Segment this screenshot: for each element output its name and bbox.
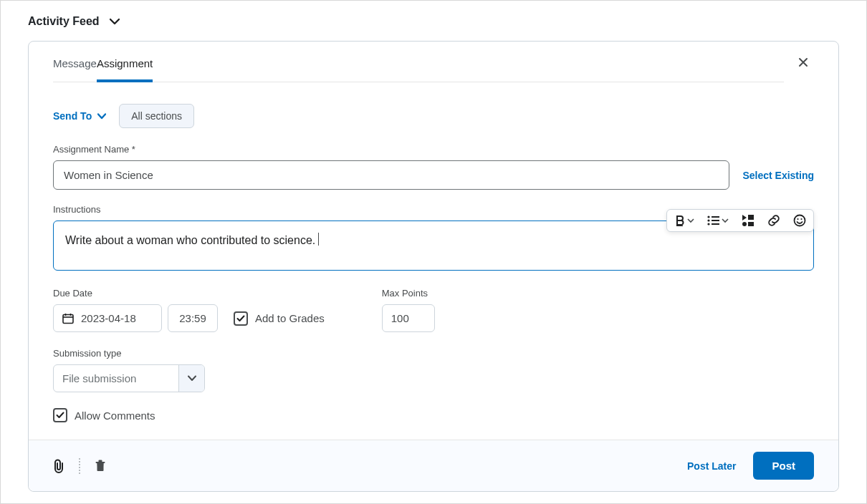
app-frame: Activity Feed Message Assignment (0, 0, 867, 504)
footer-left (53, 458, 106, 474)
list-icon (707, 215, 720, 226)
post-later-button[interactable]: Post Later (687, 460, 736, 472)
svg-rect-20 (99, 460, 102, 462)
due-date-label: Due Date (53, 288, 325, 299)
max-points-group: Max Points 100 (382, 288, 435, 332)
toolbar-emoji[interactable] (793, 214, 806, 227)
activity-feed-header[interactable]: Activity Feed (28, 15, 839, 28)
assignment-name-input[interactable] (53, 160, 729, 190)
svg-point-13 (800, 218, 802, 220)
svg-point-9 (742, 222, 747, 226)
max-points-input[interactable]: 100 (382, 304, 435, 332)
due-date-value: 2023-04-18 (81, 312, 136, 324)
submission-type-select[interactable]: File submission (53, 364, 205, 392)
max-points-label: Max Points (382, 288, 435, 299)
svg-rect-14 (63, 314, 73, 323)
post-button[interactable]: Post (753, 452, 814, 480)
toolbar-link[interactable] (767, 214, 780, 227)
delete-button[interactable] (95, 460, 106, 472)
svg-rect-18 (97, 462, 104, 471)
add-to-grades-row: Add to Grades (234, 311, 325, 326)
assignment-name-label: Assignment Name * (53, 144, 814, 155)
instructions-text: Write about a woman who contributed to s… (65, 234, 315, 246)
tabs: Message Assignment (53, 42, 784, 82)
svg-point-2 (707, 219, 709, 221)
allow-comments-label: Allow Comments (75, 410, 155, 422)
svg-marker-7 (742, 215, 747, 220)
due-date-input[interactable]: 2023-04-18 (53, 304, 162, 332)
assignment-card: Message Assignment Send To All sections … (28, 41, 839, 492)
submission-type-group: Submission type File submission (53, 348, 814, 392)
fields-row: Due Date 2023-04-18 23:59 (53, 288, 814, 332)
svg-point-12 (797, 218, 798, 220)
send-to-label: Send To (53, 110, 92, 122)
assignment-name-row: Select Existing (53, 160, 814, 190)
submission-type-value: File submission (54, 365, 178, 392)
page-title: Activity Feed (28, 15, 100, 28)
chevron-down-icon (722, 218, 729, 223)
tab-assignment[interactable]: Assignment (97, 42, 153, 82)
svg-point-3 (707, 223, 709, 225)
attach-icon (53, 459, 64, 473)
bold-icon (674, 215, 686, 226)
submission-type-label: Submission type (53, 348, 814, 359)
add-to-grades-checkbox[interactable] (234, 311, 248, 326)
toolbar-list[interactable] (707, 215, 729, 226)
card-footer: Post Later Post (29, 440, 838, 491)
footer-right: Post Later Post (687, 452, 814, 480)
due-time-value: 23:59 (179, 312, 206, 324)
max-points-value: 100 (391, 312, 409, 324)
chevron-down-icon (687, 218, 694, 223)
instructions-wrap: Write about a woman who contributed to s… (53, 220, 814, 271)
close-icon (798, 57, 808, 67)
link-icon (767, 214, 780, 227)
card-body: Send To All sections Assignment Name * S… (29, 82, 838, 440)
page-content: Activity Feed Message Assignment (1, 1, 866, 492)
chevron-down-icon (97, 113, 106, 120)
close-button[interactable] (792, 52, 814, 73)
select-existing-link[interactable]: Select Existing (742, 170, 814, 181)
tab-message[interactable]: Message (53, 42, 97, 82)
editor-toolbar (666, 209, 814, 232)
chevron-down-icon (110, 18, 120, 25)
svg-point-1 (707, 215, 709, 218)
toolbar-bold[interactable] (674, 215, 694, 226)
send-to-chip[interactable]: All sections (119, 104, 194, 128)
toolbar-insert-stuff[interactable] (742, 215, 755, 226)
allow-comments-checkbox[interactable] (53, 408, 67, 422)
svg-rect-10 (748, 222, 754, 226)
svg-point-11 (795, 215, 805, 226)
send-to-dropdown[interactable]: Send To (53, 110, 106, 122)
due-date-group: Due Date 2023-04-18 23:59 (53, 288, 325, 332)
due-time-input[interactable]: 23:59 (168, 304, 218, 332)
check-icon (236, 315, 245, 322)
tab-row: Message Assignment (29, 42, 838, 82)
check-icon (56, 412, 64, 419)
trash-icon (95, 460, 106, 472)
insert-stuff-icon (742, 215, 755, 226)
divider (79, 458, 80, 474)
emoji-icon (793, 214, 806, 227)
text-cursor (318, 233, 319, 246)
svg-rect-8 (748, 215, 754, 220)
chevron-down-icon (178, 365, 204, 392)
calendar-icon (62, 313, 74, 324)
attach-button[interactable] (53, 459, 64, 473)
allow-comments-row: Allow Comments (53, 408, 814, 422)
add-to-grades-label: Add to Grades (255, 312, 325, 324)
send-to-row: Send To All sections (53, 104, 814, 128)
